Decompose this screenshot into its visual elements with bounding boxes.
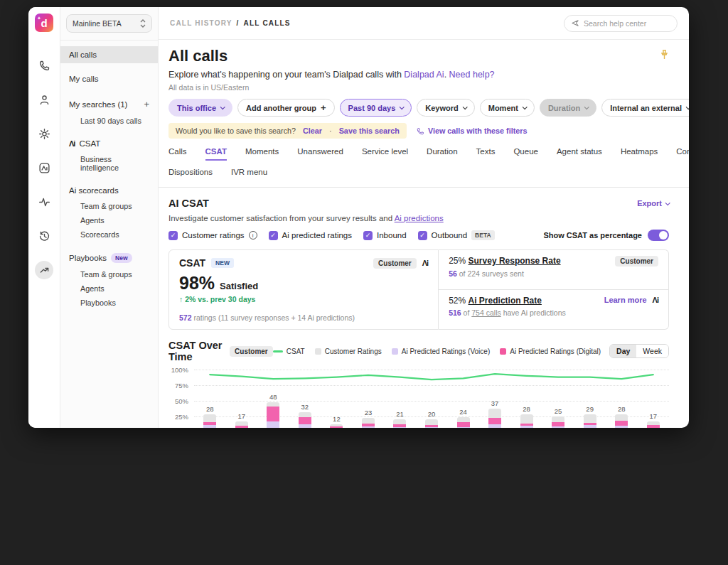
- y-tick-label: 75%: [175, 382, 188, 389]
- sidebar-item-last-90-days-calls[interactable]: Last 90 days calls: [60, 114, 158, 128]
- tab-texts[interactable]: Texts: [476, 147, 496, 161]
- checkbox-label: Ai predicted ratings: [282, 231, 352, 240]
- help-search-placeholder: Search help center: [584, 19, 646, 28]
- tab-concurrent-calls[interactable]: Concurrent calls: [676, 147, 689, 161]
- chevron-down-icon: [584, 104, 589, 109]
- ai-predictions-link[interactable]: Ai predictions: [395, 214, 444, 222]
- legend-label: Customer Ratings: [325, 348, 382, 355]
- customer-badge: Customer: [230, 346, 273, 357]
- workspace-selector-label: Mainline BETA: [73, 19, 122, 28]
- filter-pill-this-office[interactable]: This office: [168, 99, 232, 117]
- clear-search-button[interactable]: Clear: [303, 127, 322, 135]
- checkbox-checked-icon: ✓: [363, 231, 373, 240]
- pin-icon[interactable]: [660, 50, 669, 63]
- sidebar-item-all-calls[interactable]: All calls: [60, 46, 158, 63]
- sidebar-item-team-groups[interactable]: Team & groups: [60, 199, 158, 213]
- sidebar-item-agents[interactable]: Agents: [60, 213, 158, 227]
- beta-badge: BETA: [471, 230, 495, 240]
- sidebar-item-team-groups[interactable]: Team & groups: [60, 267, 158, 281]
- interval-week[interactable]: Week: [636, 345, 668, 357]
- app-window: ✦d Mainline BETA All callsMy callsMy sea…: [28, 7, 689, 428]
- survey-response-stat: 25% Survey Response Rate: [449, 256, 560, 266]
- ratings-note: 572 ratings (11 survey responses + 14 Ai…: [179, 313, 428, 322]
- dialpad-ai-link[interactable]: Dialpad Ai: [404, 70, 444, 80]
- add-search-button[interactable]: +: [144, 99, 149, 109]
- contact-icon[interactable]: [35, 90, 53, 109]
- breadcrumb-section[interactable]: CALL HISTORY: [170, 19, 232, 27]
- dialpad-ai-icon: Λi: [653, 296, 658, 304]
- sidebar-item-playbooks[interactable]: PlaybooksNew: [60, 249, 158, 267]
- dialpad-ai-icon[interactable]: [35, 158, 53, 177]
- breadcrumb-current: ALL CALLS: [244, 19, 291, 27]
- checkbox-customer-ratings[interactable]: ✓Customer ratingsi: [168, 231, 257, 240]
- survey-response-card: 25% Survey Response Rate Customer 56 of …: [439, 250, 668, 289]
- activity-pulse-icon[interactable]: [35, 193, 53, 211]
- checkbox-outbound[interactable]: ✓OutboundBETA: [418, 230, 495, 240]
- filter-pill-label: Internal an external: [610, 104, 682, 112]
- page-title: All calls: [168, 47, 228, 65]
- legend-item-customer-ratings: Customer Ratings: [315, 348, 382, 355]
- sidebar-item-my-calls[interactable]: My calls: [60, 70, 158, 87]
- dialpad-logo[interactable]: ✦d: [35, 14, 53, 32]
- sidebar-item-agents[interactable]: Agents: [60, 281, 158, 296]
- sidebar-item-csat[interactable]: ΛiCSAT: [60, 135, 158, 152]
- chevron-down-icon: [665, 200, 670, 205]
- legend-label: Ai Predicted Ratings (Voice): [402, 348, 491, 355]
- sidebar-item-my-searches-1-[interactable]: My searches (1)+: [60, 95, 158, 114]
- sidebar-item-business-intelligence[interactable]: Business intelligence: [60, 152, 158, 175]
- tab-duration[interactable]: Duration: [427, 147, 457, 161]
- info-icon[interactable]: i: [249, 231, 257, 240]
- checkbox-inbound[interactable]: ✓Inbound: [363, 231, 407, 240]
- sidebar-item-label: Agents: [80, 284, 105, 293]
- tab-ivr-menu[interactable]: IVR menu: [231, 168, 267, 180]
- filter-pill-keyword[interactable]: Keyword: [417, 99, 474, 117]
- learn-more-link[interactable]: Learn more: [604, 296, 647, 304]
- survey-response-link[interactable]: Survey Response Rate: [469, 256, 561, 266]
- sidebar-item-ai-scorecards[interactable]: Ai scorecards: [60, 182, 158, 199]
- legend-swatch: [392, 348, 398, 355]
- chevron-down-icon: [400, 104, 405, 109]
- tab-heatmaps[interactable]: Heatmaps: [621, 147, 658, 161]
- history-icon[interactable]: [35, 227, 53, 245]
- settings-gear-icon[interactable]: [35, 124, 53, 143]
- analytics-trend-icon[interactable]: [35, 261, 53, 279]
- tab-service-level[interactable]: Service level: [362, 147, 408, 161]
- csat-summary-card: CSAT NEW Customer Λi 98% Satisfied ↑ 2% …: [168, 249, 439, 330]
- filter-pill-moment[interactable]: Moment: [480, 99, 535, 117]
- tab-calls[interactable]: Calls: [168, 147, 187, 161]
- filter-pill-internal-an-external[interactable]: Internal an external: [601, 99, 689, 117]
- tab-agent-status[interactable]: Agent status: [557, 147, 602, 161]
- help-search-input[interactable]: Search help center: [564, 15, 678, 32]
- csat-percentage-toggle[interactable]: [648, 230, 669, 241]
- sidebar-item-playbooks[interactable]: Playbooks: [60, 296, 158, 310]
- calls-link[interactable]: 754 calls: [471, 308, 500, 317]
- filter-pill-label: Add another group: [246, 104, 316, 112]
- phone-icon[interactable]: [35, 56, 53, 75]
- csat-percentage: 98%: [179, 273, 215, 294]
- filter-pill-add-another-group[interactable]: Add another group+: [237, 99, 335, 117]
- sidebar-item-scorecards[interactable]: Scorecards: [60, 227, 158, 242]
- ai-prediction-link[interactable]: Ai Prediction Rate: [469, 296, 542, 306]
- sidebar-item-label: Last 90 days calls: [80, 117, 141, 125]
- sidebar-item-label: CSAT: [79, 139, 100, 148]
- legend-swatch: [273, 350, 283, 353]
- tab-queue[interactable]: Queue: [513, 147, 538, 161]
- checkbox-ai-predicted-ratings[interactable]: ✓Ai predicted ratings: [269, 231, 352, 240]
- tab-dispositions[interactable]: Dispositions: [168, 168, 213, 180]
- export-button[interactable]: Export: [637, 199, 669, 208]
- legend-item-csat: CSAT: [273, 348, 305, 355]
- tab-unanswered[interactable]: Unanswered: [297, 147, 343, 161]
- sidebar-item-label: My searches (1): [69, 100, 127, 109]
- save-search-button[interactable]: Save this search: [339, 127, 400, 135]
- csat-card-title: CSAT: [179, 257, 205, 269]
- workspace-selector[interactable]: Mainline BETA: [66, 14, 152, 33]
- filter-pill-past-90-days[interactable]: Past 90 days: [340, 99, 412, 117]
- tab-csat[interactable]: CSAT: [205, 147, 227, 161]
- interval-day[interactable]: Day: [610, 345, 636, 357]
- page-subtitle: Explore what's happening on your team's …: [168, 70, 669, 80]
- view-calls-link[interactable]: View calls with these filters: [417, 127, 528, 135]
- topbar: CALL HISTORY / ALL CALLS Search help cen…: [159, 7, 689, 40]
- ai-prediction-card: 52% Ai Prediction Rate Learn more Λi 516…: [439, 289, 668, 329]
- tab-moments[interactable]: Moments: [245, 147, 279, 161]
- need-help-link[interactable]: Need help?: [449, 70, 495, 80]
